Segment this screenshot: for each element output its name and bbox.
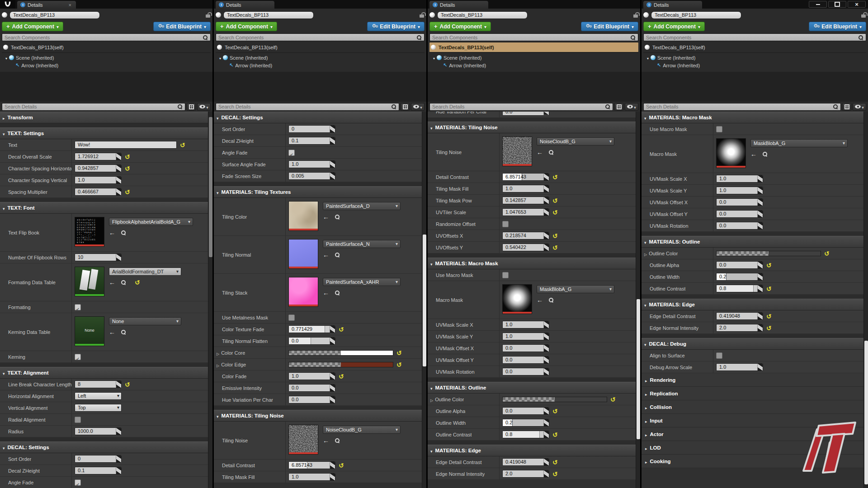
- category-header-collapsed[interactable]: Rendering: [642, 373, 868, 387]
- tree-expander-icon[interactable]: [647, 55, 649, 61]
- number-input[interactable]: 0.218574: [502, 232, 549, 239]
- search-details-input[interactable]: Search Details: [2, 103, 185, 111]
- spinner-icon[interactable]: [543, 174, 549, 180]
- spinner-icon[interactable]: [330, 161, 335, 168]
- number-input[interactable]: 1.0: [75, 176, 122, 184]
- revert-to-default-icon[interactable]: [125, 153, 130, 161]
- use-selected-asset-icon[interactable]: [109, 328, 115, 336]
- spinner-icon[interactable]: [330, 338, 335, 344]
- asset-thumbnail[interactable]: None: [75, 316, 104, 346]
- search-components-input[interactable]: Search Components: [2, 33, 211, 41]
- category-header[interactable]: TEXT: Font: [0, 202, 212, 214]
- revert-to-default-icon[interactable]: [610, 395, 616, 404]
- use-selected-asset-icon[interactable]: [109, 229, 115, 237]
- revert-to-default-icon[interactable]: [339, 372, 344, 380]
- number-input[interactable]: 0.0: [288, 337, 335, 345]
- revert-to-default-icon[interactable]: [552, 431, 558, 439]
- empty-asset-thumb[interactable]: None: [75, 317, 104, 344]
- scrollbar[interactable]: [422, 112, 426, 488]
- spinner-icon[interactable]: [116, 467, 121, 474]
- lock-icon[interactable]: [419, 12, 425, 18]
- category-header[interactable]: MATERIALS: Tiling Noise: [214, 410, 426, 422]
- revert-to-default-icon[interactable]: [766, 285, 772, 293]
- expander-icon[interactable]: [430, 395, 433, 404]
- tree-expander-icon[interactable]: [433, 55, 435, 61]
- category-header-collapsed[interactable]: Cooking: [642, 455, 868, 468]
- browse-to-asset-icon[interactable]: [121, 329, 126, 335]
- search-components-input[interactable]: Search Components: [643, 33, 866, 41]
- actor-name-input[interactable]: TextDecals_BP113: [437, 11, 528, 19]
- tree-item-scene[interactable]: Scene (Inherited): [2, 54, 211, 61]
- browse-to-asset-icon[interactable]: [548, 150, 554, 155]
- color-swatch[interactable]: [288, 362, 393, 367]
- number-input[interactable]: 6.857143: [502, 173, 549, 181]
- spinner-icon[interactable]: [116, 188, 121, 195]
- spinner-icon[interactable]: [543, 357, 549, 363]
- view-options-button[interactable]: [625, 103, 638, 111]
- number-input[interactable]: 1.0: [288, 160, 335, 168]
- unreal-engine-logo-icon[interactable]: [0, 0, 15, 9]
- number-input[interactable]: 0.540422: [502, 244, 549, 251]
- use-selected-asset-icon[interactable]: [750, 150, 757, 158]
- number-input[interactable]: 0.1: [75, 467, 122, 474]
- expander-icon[interactable]: [644, 249, 647, 258]
- spinner-icon[interactable]: [543, 431, 549, 438]
- checkbox[interactable]: [75, 354, 81, 360]
- scrollbar-thumb[interactable]: [423, 235, 426, 366]
- tab-close-icon[interactable]: [69, 2, 71, 8]
- spinner-icon[interactable]: [757, 364, 763, 371]
- spinner-icon[interactable]: [757, 199, 763, 206]
- window-close-button[interactable]: [848, 1, 866, 8]
- tree-item-arrow[interactable]: Arrow (Inherited): [429, 61, 638, 69]
- edit-blueprint-button[interactable]: Edit Blueprint: [809, 22, 866, 31]
- revert-to-default-icon[interactable]: [125, 164, 130, 173]
- checkbox[interactable]: [288, 314, 295, 321]
- spinner-icon[interactable]: [116, 428, 121, 435]
- number-input[interactable]: 1000.0: [75, 427, 122, 435]
- number-input[interactable]: 0.1: [288, 137, 335, 145]
- datatable-thumb[interactable]: [75, 267, 104, 294]
- number-input[interactable]: 0.0: [502, 368, 549, 375]
- asset-dropdown[interactable]: MaskBlobA_G: [537, 285, 614, 293]
- number-input[interactable]: 10: [75, 253, 122, 261]
- add-component-button[interactable]: Add Component: [429, 22, 491, 31]
- number-input[interactable]: 0.0: [502, 356, 549, 364]
- spinner-icon[interactable]: [330, 474, 335, 480]
- tree-item-scene[interactable]: Scene (Inherited): [216, 54, 425, 61]
- revert-to-default-icon[interactable]: [396, 349, 402, 357]
- property-matrix-button[interactable]: [187, 103, 196, 111]
- revert-to-default-icon[interactable]: [552, 173, 558, 181]
- tree-expander-icon[interactable]: [5, 55, 7, 61]
- scrollbar[interactable]: [863, 112, 868, 488]
- edit-blueprint-button[interactable]: Edit Blueprint: [153, 22, 211, 31]
- spinner-icon[interactable]: [116, 153, 121, 160]
- enum-dropdown[interactable]: Left: [75, 392, 122, 400]
- maximize-button[interactable]: [828, 1, 846, 8]
- spinner-icon[interactable]: [330, 385, 335, 391]
- asset-dropdown[interactable]: PaintedSurfaceA_D: [323, 202, 401, 210]
- number-input[interactable]: 0.419048: [502, 458, 549, 466]
- use-selected-asset-icon[interactable]: [323, 289, 329, 297]
- revert-to-default-icon[interactable]: [180, 141, 185, 149]
- checkbox[interactable]: [288, 150, 295, 156]
- enum-dropdown[interactable]: Top: [75, 404, 122, 412]
- number-input[interactable]: 1.0: [716, 187, 763, 194]
- add-component-button[interactable]: Add Component: [216, 22, 277, 31]
- search-components-input[interactable]: Search Components: [429, 33, 638, 41]
- asset-thumbnail[interactable]: abcdefghijklmnopqrstuvwxyzABCDEFGHIJKLMN…: [75, 217, 104, 247]
- revert-to-default-icon[interactable]: [339, 461, 344, 469]
- spinner-icon[interactable]: [330, 373, 335, 380]
- number-input[interactable]: 0.0: [502, 344, 549, 352]
- spinner-icon[interactable]: [757, 175, 763, 182]
- number-input[interactable]: 0.0: [502, 112, 549, 116]
- number-input[interactable]: 0.0: [716, 261, 763, 269]
- category-header[interactable]: Transform: [0, 112, 212, 123]
- view-options-button[interactable]: [853, 103, 866, 111]
- spinner-icon[interactable]: [330, 326, 335, 333]
- browse-to-asset-icon[interactable]: [762, 151, 768, 157]
- number-input[interactable]: 0: [288, 125, 335, 133]
- asset-dropdown[interactable]: NoiseCloudB_G: [537, 137, 614, 145]
- revert-to-default-icon[interactable]: [552, 458, 558, 466]
- asset-dropdown[interactable]: PaintedSurfaceA_N: [323, 240, 401, 248]
- browse-to-asset-icon[interactable]: [335, 290, 340, 296]
